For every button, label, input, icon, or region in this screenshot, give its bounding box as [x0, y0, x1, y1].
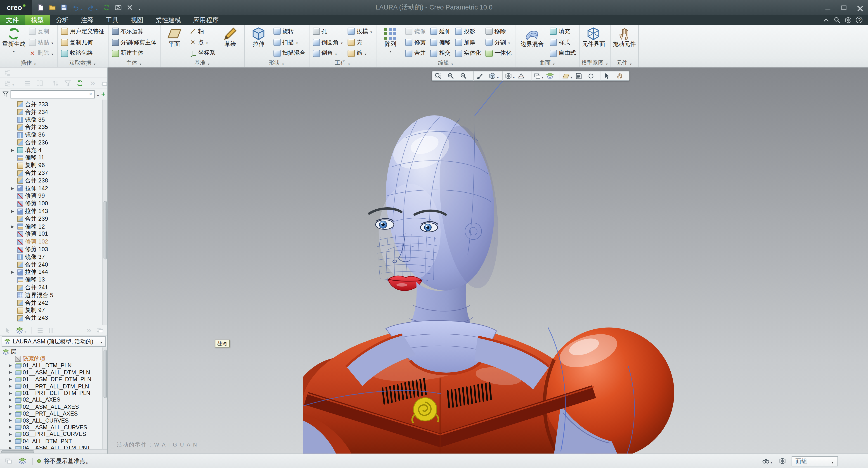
offset-button[interactable]: 偏移 — [429, 37, 452, 48]
delete-button[interactable]: 删除 — [27, 48, 55, 59]
layer-item[interactable]: 04__ASM_ALL_DTM_PNT — [0, 444, 107, 449]
saved-orientations-icon[interactable] — [531, 71, 545, 81]
tree-item[interactable]: 拉伸 143 — [0, 208, 107, 215]
layer-item[interactable]: 01__ASM_DEF_DTM_PLN — [0, 376, 107, 383]
customize-toolbar-button[interactable] — [136, 2, 143, 13]
expand-arrow[interactable] — [9, 391, 13, 396]
expand-arrow[interactable] — [9, 377, 13, 382]
shell-button[interactable]: 壳 — [346, 37, 374, 48]
layer-more-button[interactable]: » — [85, 325, 93, 336]
help-button[interactable]: ? — [856, 17, 862, 23]
redo-button[interactable] — [86, 2, 100, 13]
chamfer-button[interactable]: 倒角 — [311, 48, 345, 59]
tab-annotate[interactable]: 注释 — [75, 15, 100, 25]
spin-center-icon[interactable] — [587, 71, 598, 81]
merge-button[interactable]: 合并 — [404, 48, 428, 59]
expand-arrow[interactable] — [9, 432, 13, 437]
group-label-model-intent[interactable]: 模型意图 — [582, 59, 609, 67]
tab-flexible-modeling[interactable]: 柔性建模 — [150, 15, 187, 25]
new-file-button[interactable] — [35, 2, 46, 13]
open-button[interactable] — [47, 2, 58, 13]
close-window-button[interactable] — [125, 2, 135, 13]
scrollbar-thumb[interactable] — [103, 201, 107, 259]
tree-search-input[interactable] — [11, 90, 95, 98]
tree-item[interactable]: 合并 243 — [0, 314, 107, 322]
boolean-operations-button[interactable]: 布尔运算 — [110, 26, 158, 37]
tree-item[interactable]: 合并 234 — [0, 108, 107, 116]
tab-view[interactable]: 视图 — [125, 15, 150, 25]
layer-item[interactable]: 02__PRT_ALL_AXES — [0, 410, 107, 417]
select-button[interactable] — [2, 325, 13, 336]
layer-item[interactable]: 01_ALL_DTM_PLN — [0, 362, 107, 369]
tree-item[interactable]: 拉伸 142 — [0, 185, 107, 192]
layer-item[interactable]: 02__ASM_ALL_AXES — [0, 403, 107, 410]
layer-root-item[interactable]: 层 — [0, 348, 107, 355]
chevron-down-icon[interactable] — [100, 339, 103, 345]
undo-button[interactable] — [70, 2, 85, 13]
layer-columns-button[interactable] — [47, 325, 58, 336]
tree-filter-button[interactable] — [63, 77, 73, 89]
toggle-navigator-button[interactable] — [3, 456, 14, 467]
expand-arrow[interactable] — [11, 270, 16, 275]
torso[interactable] — [303, 320, 674, 454]
panel-options-button[interactable] — [98, 77, 109, 89]
intersect-button[interactable]: 相交 — [429, 48, 452, 59]
column-view-button[interactable] — [34, 77, 45, 89]
tree-item[interactable]: 边界混合 5 — [0, 291, 107, 299]
expand-arrow[interactable] — [9, 446, 13, 449]
save-button[interactable] — [59, 2, 69, 13]
copy-button[interactable]: 复制 — [27, 26, 55, 37]
layer-item[interactable]: 01__PRT_ALL_DTM_PLN — [0, 383, 107, 389]
tree-item[interactable]: 修剪 99 — [0, 192, 107, 200]
expand-arrow[interactable] — [9, 418, 13, 423]
freestyle-button[interactable]: 自由式 — [548, 48, 578, 59]
split-button[interactable]: 分割 — [484, 37, 513, 48]
group-label-editing[interactable]: 编辑 — [378, 59, 513, 67]
trim-button[interactable]: 修剪 — [404, 37, 428, 48]
layer-item[interactable]: 01__ASM_ALL_DTM_PLN — [0, 369, 107, 376]
udf-button[interactable]: 用户定义特征 — [59, 26, 106, 37]
layer-panel-button[interactable] — [95, 325, 105, 336]
tree-item[interactable]: 偏移 12 — [0, 223, 107, 230]
scrollbar-thumb[interactable] — [1, 450, 34, 453]
command-search-button[interactable] — [834, 16, 841, 24]
zoom-out-icon[interactable] — [459, 71, 471, 81]
expand-arrow[interactable] — [11, 209, 16, 214]
pattern-button[interactable]: 阵列 — [378, 26, 403, 54]
tree-item[interactable]: 合并 238 — [0, 177, 107, 185]
shrinkwrap-button[interactable]: 收缩包络 — [59, 48, 106, 59]
tree-item[interactable]: 合并 233 — [0, 101, 107, 108]
draft-button[interactable]: 拔模 — [346, 26, 374, 37]
sketch-button[interactable]: 草绘 — [218, 26, 243, 48]
datum-display-icon[interactable] — [559, 71, 573, 81]
tree-item[interactable]: 修剪 101 — [0, 230, 107, 238]
tab-file[interactable]: 文件 — [0, 15, 25, 25]
swept-blend-button[interactable]: 扫描混合 — [272, 48, 307, 59]
point-button[interactable]: 点 — [188, 37, 217, 48]
rib-button[interactable]: 筋 — [346, 48, 374, 59]
tree-item[interactable]: 镜像 37 — [0, 253, 107, 261]
expand-arrow[interactable] — [9, 404, 13, 409]
expand-arrow[interactable] — [9, 363, 13, 368]
capture-button[interactable] — [113, 2, 123, 13]
refit-icon[interactable] — [434, 71, 445, 81]
tree-item[interactable]: 合并 239 — [0, 215, 107, 223]
add-filter-button[interactable]: + — [101, 90, 105, 98]
display-options-button[interactable] — [845, 16, 852, 24]
zoom-in-icon[interactable] — [447, 71, 458, 81]
layer-item[interactable]: 03__PRT_ALL_CURVES — [0, 431, 107, 437]
model-display-button[interactable] — [778, 458, 786, 465]
csys-button[interactable]: 坐标系 — [188, 48, 217, 59]
extrude-button[interactable]: 拉伸 — [246, 26, 271, 48]
search-options-button[interactable] — [96, 89, 100, 99]
annotation-display-icon[interactable] — [574, 71, 586, 81]
clear-search-icon[interactable] — [89, 92, 92, 97]
tab-tools[interactable]: 工具 — [100, 15, 125, 25]
expand-arrow[interactable] — [9, 398, 13, 402]
group-label-components[interactable]: 元件 — [612, 59, 637, 67]
tree-item[interactable]: 镜像 36 — [0, 131, 107, 139]
regenerate-quick-button[interactable] — [101, 2, 112, 13]
layer-item[interactable]: 01__PRT_DEF_DTM_PLN — [0, 389, 107, 396]
tree-display-button[interactable] — [2, 77, 17, 89]
copy-geometry-button[interactable]: 复制几何 — [59, 37, 106, 48]
